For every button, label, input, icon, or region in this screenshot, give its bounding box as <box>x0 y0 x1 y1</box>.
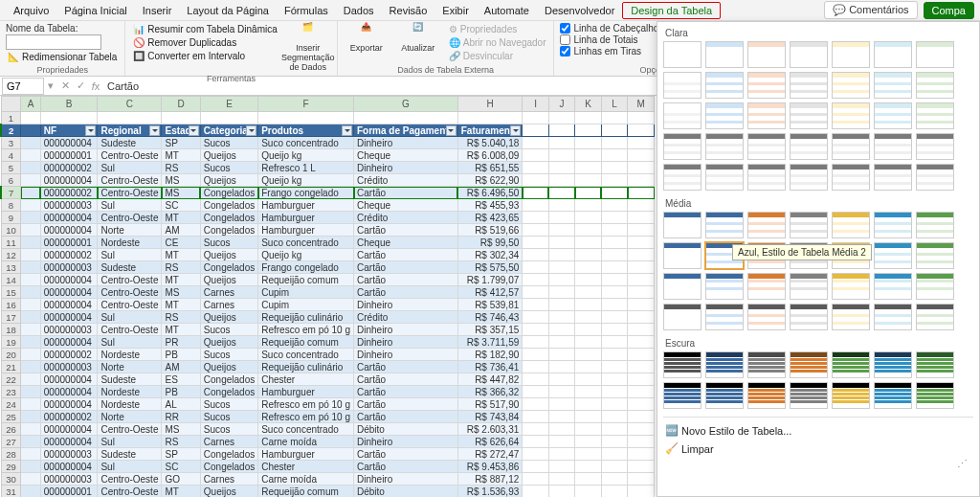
table-cell[interactable]: Crédito <box>354 212 458 224</box>
table-style-swatch[interactable] <box>832 304 870 330</box>
table-style-swatch[interactable] <box>916 304 954 330</box>
table-cell[interactable]: Queijos <box>200 336 257 349</box>
table-cell[interactable]: Cartão <box>354 461 458 473</box>
chk-header-row[interactable]: Linha de Cabeçalho <box>560 23 658 34</box>
table-cell[interactable]: R$ 626,64 <box>457 436 523 448</box>
table-cell[interactable]: RR <box>162 411 200 423</box>
table-style-swatch[interactable] <box>790 102 828 129</box>
table-cell[interactable]: 000000004 <box>40 274 98 286</box>
table-name-input[interactable] <box>6 34 101 50</box>
table-cell[interactable]: Requeijão comum <box>258 486 354 498</box>
table-cell[interactable]: 000000004 <box>40 336 98 349</box>
table-cell[interactable]: Requeijão comum <box>258 274 354 286</box>
insert-slicer-button[interactable]: 🗂️ Inserir Segmentação de Dados <box>285 23 331 73</box>
table-cell[interactable]: Centro-Oeste <box>98 423 162 436</box>
table-cell[interactable]: 000000003 <box>40 324 98 336</box>
table-cell[interactable]: Sucos <box>200 411 257 423</box>
tab-f-rmulas[interactable]: Fórmulas <box>277 3 336 18</box>
row-header-10[interactable]: 10 <box>1 224 21 237</box>
row-header-26[interactable]: 26 <box>1 423 21 436</box>
table-cell[interactable]: Sudeste <box>98 373 162 386</box>
table-header-0[interactable]: NF <box>40 124 98 137</box>
row-header-27[interactable]: 27 <box>1 436 21 448</box>
tab-p-gina-inicial[interactable]: Página Inicial <box>56 3 134 18</box>
table-style-swatch[interactable] <box>832 41 870 68</box>
table-cell[interactable]: PB <box>162 349 200 361</box>
table-cell[interactable]: Sucos <box>200 137 257 149</box>
table-cell[interactable]: Congelados <box>200 224 257 237</box>
table-cell[interactable]: Norte <box>98 411 162 423</box>
refresh-button[interactable]: 🔄 Atualizar <box>395 23 441 54</box>
table-style-swatch[interactable] <box>705 41 744 68</box>
table-header-5[interactable]: Forma de Pagamento <box>354 124 458 137</box>
tab-revis-o[interactable]: Revisão <box>382 3 435 18</box>
table-header-2[interactable]: Estado <box>162 124 200 137</box>
table-cell[interactable]: SP <box>162 448 200 461</box>
table-cell[interactable]: Dinheiro <box>354 299 458 311</box>
table-cell[interactable]: 000000004 <box>40 174 98 187</box>
table-style-swatch[interactable] <box>874 164 912 191</box>
table-style-swatch[interactable] <box>874 242 912 269</box>
row-header-28[interactable]: 28 <box>1 448 21 461</box>
table-style-swatch[interactable] <box>790 351 828 378</box>
table-style-swatch[interactable] <box>663 242 702 269</box>
table-cell[interactable]: Congelados <box>200 261 257 274</box>
table-cell[interactable]: Cartão <box>354 411 458 423</box>
row-header-30[interactable]: 30 <box>1 473 21 486</box>
table-style-swatch[interactable] <box>790 273 828 300</box>
table-style-swatch[interactable] <box>705 212 744 238</box>
table-cell[interactable]: MS <box>162 286 200 299</box>
table-cell[interactable]: Cupim <box>258 299 354 311</box>
table-cell[interactable]: Sucos <box>200 349 257 361</box>
table-cell[interactable]: R$ 423,65 <box>457 212 523 224</box>
table-style-swatch[interactable] <box>832 382 870 409</box>
table-cell[interactable]: Centro-Oeste <box>98 149 162 162</box>
table-cell[interactable]: Hamburguer <box>258 386 354 398</box>
table-style-swatch[interactable] <box>874 212 912 238</box>
table-cell[interactable]: Requeijão comum <box>258 336 354 349</box>
table-cell[interactable]: 000000004 <box>40 386 98 398</box>
table-cell[interactable]: Cartão <box>354 261 458 274</box>
table-cell[interactable]: Nordeste <box>98 237 162 249</box>
table-cell[interactable]: Dinheiro <box>354 349 458 361</box>
row-header-13[interactable]: 13 <box>1 261 21 274</box>
table-cell[interactable]: Sucos <box>200 162 257 174</box>
chk-total-row[interactable]: Linha de Totais <box>560 34 658 45</box>
table-cell[interactable]: Queijos <box>200 149 257 162</box>
share-button[interactable]: Compa <box>924 2 974 19</box>
table-cell[interactable]: R$ 357,15 <box>457 324 523 336</box>
tab-arquivo[interactable]: Arquivo <box>6 3 56 18</box>
table-cell[interactable]: Centro-Oeste <box>98 212 162 224</box>
table-cell[interactable]: Queijo kg <box>258 174 354 187</box>
row-header-18[interactable]: 18 <box>1 324 21 336</box>
table-cell[interactable]: Cartão <box>354 373 458 386</box>
table-cell[interactable]: Nordeste <box>98 386 162 398</box>
filter-arrow-icon[interactable] <box>149 125 160 136</box>
table-cell[interactable]: CE <box>162 237 200 249</box>
table-cell[interactable]: Sul <box>98 436 162 448</box>
table-cell[interactable]: Suco concentrado <box>258 423 354 436</box>
table-style-swatch[interactable] <box>790 41 828 68</box>
col-header-B[interactable]: B <box>40 97 98 112</box>
table-cell[interactable]: R$ 622,90 <box>457 174 523 187</box>
table-style-swatch[interactable] <box>747 382 786 409</box>
table-cell[interactable]: R$ 9.453,86 <box>457 461 523 473</box>
table-cell[interactable]: Queijos <box>200 361 257 373</box>
table-cell[interactable]: Carne moída <box>258 473 354 486</box>
table-style-swatch[interactable] <box>874 304 912 330</box>
table-style-swatch[interactable] <box>663 382 702 409</box>
table-cell[interactable]: 000000001 <box>40 149 98 162</box>
table-cell[interactable]: Sucos <box>200 398 257 411</box>
table-cell[interactable]: Sul <box>98 336 162 349</box>
table-style-swatch[interactable] <box>790 212 828 238</box>
table-cell[interactable]: R$ 2.603,31 <box>457 423 523 436</box>
table-cell[interactable]: Congelados <box>200 187 257 199</box>
table-style-swatch[interactable] <box>832 133 870 160</box>
table-cell[interactable]: Congelados <box>200 199 257 212</box>
table-cell[interactable]: Suco concentrado <box>258 349 354 361</box>
table-cell[interactable]: RS <box>162 162 200 174</box>
table-style-swatch[interactable] <box>916 351 954 378</box>
table-style-swatch[interactable] <box>705 133 744 160</box>
table-cell[interactable]: Crédito <box>354 174 458 187</box>
table-cell[interactable]: Hamburguer <box>258 448 354 461</box>
